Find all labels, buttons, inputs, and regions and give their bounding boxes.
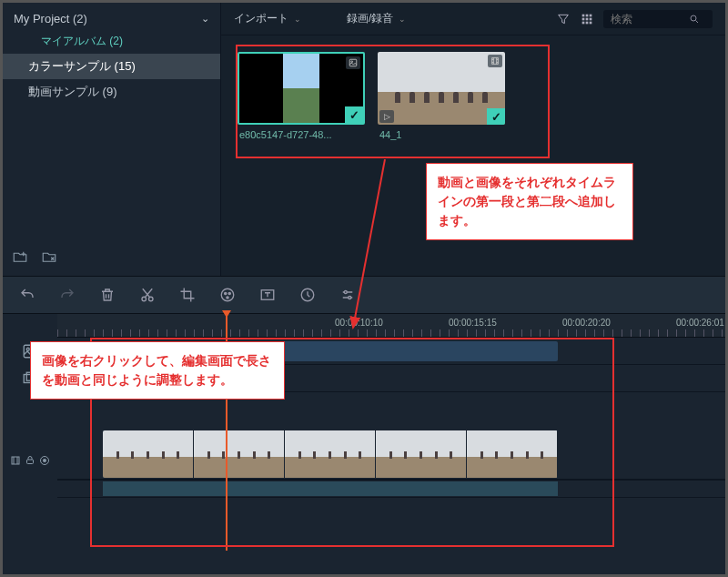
chevron-down-icon: ⌄ bbox=[201, 13, 209, 25]
svg-rect-10 bbox=[349, 59, 357, 66]
media-label: e80c5147-d727-48... bbox=[238, 125, 365, 145]
delete-folder-icon[interactable] bbox=[41, 248, 57, 265]
svg-point-17 bbox=[228, 292, 230, 294]
settings-icon[interactable] bbox=[339, 287, 356, 303]
play-icon: ▷ bbox=[379, 110, 394, 123]
media-label: 44_1 bbox=[378, 125, 505, 145]
media-grid: ✓ e80c5147-d727-48... ▷ ✓ 44_1 bbox=[221, 35, 725, 161]
svg-point-22 bbox=[349, 297, 351, 299]
svg-point-9 bbox=[691, 15, 696, 21]
svg-rect-1 bbox=[586, 14, 589, 16]
svg-point-16 bbox=[225, 292, 227, 294]
delete-icon[interactable] bbox=[99, 287, 116, 303]
color-icon[interactable] bbox=[219, 287, 236, 303]
media-item[interactable]: ✓ e80c5147-d727-48... bbox=[238, 52, 365, 145]
sidebar-item-video-sample[interactable]: 動画サンプル (9) bbox=[3, 79, 220, 105]
timeline-clip[interactable] bbox=[103, 430, 558, 478]
svg-rect-0 bbox=[582, 14, 585, 16]
svg-point-14 bbox=[149, 297, 154, 301]
media-item[interactable]: ▷ ✓ 44_1 bbox=[378, 52, 505, 145]
image-type-icon bbox=[346, 56, 360, 69]
ruler-tick: 00:00:15:15 bbox=[449, 318, 497, 328]
svg-point-24 bbox=[26, 348, 29, 350]
svg-rect-8 bbox=[590, 21, 592, 24]
svg-point-29 bbox=[43, 459, 46, 462]
project-header[interactable]: My Project (2) ⌄ bbox=[3, 8, 220, 29]
filter-icon[interactable] bbox=[556, 12, 571, 26]
audio-clip[interactable] bbox=[103, 481, 558, 496]
ruler-tick: 00:00:26:01 bbox=[676, 318, 724, 328]
svg-rect-5 bbox=[590, 17, 592, 20]
undo-icon[interactable] bbox=[19, 287, 35, 303]
svg-rect-27 bbox=[12, 457, 19, 464]
svg-rect-7 bbox=[586, 21, 589, 24]
track-row[interactable] bbox=[57, 429, 725, 480]
text-icon[interactable] bbox=[259, 287, 276, 303]
project-title: My Project (2) bbox=[14, 12, 87, 25]
selected-check-icon: ✓ bbox=[487, 108, 505, 125]
crop-icon[interactable] bbox=[179, 287, 196, 303]
speed-icon[interactable] bbox=[299, 287, 316, 303]
svg-rect-4 bbox=[586, 17, 589, 20]
track-row-audio[interactable] bbox=[57, 480, 725, 498]
svg-rect-28 bbox=[27, 460, 34, 464]
caret-down-icon: ⌄ bbox=[294, 15, 301, 24]
svg-point-18 bbox=[227, 297, 228, 299]
svg-rect-2 bbox=[590, 14, 592, 16]
svg-rect-6 bbox=[582, 21, 585, 24]
grid-view-icon[interactable] bbox=[580, 12, 594, 26]
search-input[interactable] bbox=[611, 13, 683, 25]
redo-icon[interactable] bbox=[59, 287, 76, 303]
sidebar-item-myalbum[interactable]: マイアルバム (2) bbox=[3, 29, 220, 54]
track-label-video[interactable] bbox=[3, 429, 57, 492]
caret-down-icon: ⌄ bbox=[399, 15, 406, 24]
media-thumbnail[interactable]: ✓ bbox=[238, 52, 365, 125]
video-type-icon bbox=[488, 55, 502, 67]
sidebar-item-color-sample[interactable]: カラーサンプル (15) bbox=[3, 54, 220, 79]
timeline-ruler[interactable]: 00:00:10:10 00:00:15:15 00:00:20:20 00:0… bbox=[57, 314, 725, 338]
media-toolbar: インポート ⌄ 録画/録音 ⌄ bbox=[221, 3, 725, 35]
annotation-text: 画像を右クリックして、編集画面で長さを動画と同じように調整します。 bbox=[30, 341, 285, 400]
svg-point-21 bbox=[344, 291, 347, 294]
svg-point-11 bbox=[351, 61, 353, 63]
search-icon bbox=[689, 14, 700, 25]
record-button[interactable]: 録画/録音 ⌄ bbox=[347, 11, 406, 26]
project-sidebar: My Project (2) ⌄ マイアルバム (2) カラーサンプル (15)… bbox=[3, 3, 221, 276]
timeline-toolbar bbox=[3, 276, 725, 314]
cut-icon[interactable] bbox=[139, 287, 156, 303]
import-button[interactable]: インポート ⌄ bbox=[234, 11, 301, 26]
selected-check-icon: ✓ bbox=[345, 106, 363, 123]
svg-rect-3 bbox=[582, 17, 585, 20]
search-box[interactable] bbox=[603, 10, 713, 28]
annotation-text: 動画と画像をそれぞれタイムラインの第一段と第二段へ追加します。 bbox=[426, 163, 633, 240]
svg-rect-12 bbox=[492, 58, 499, 65]
ruler-tick: 00:00:10:10 bbox=[335, 318, 383, 328]
ruler-tick: 00:00:20:20 bbox=[562, 318, 611, 328]
svg-point-13 bbox=[142, 297, 147, 301]
media-thumbnail[interactable]: ▷ ✓ bbox=[378, 52, 505, 125]
add-folder-icon[interactable] bbox=[12, 248, 28, 265]
